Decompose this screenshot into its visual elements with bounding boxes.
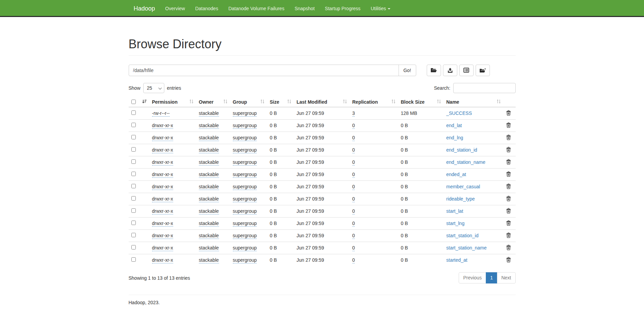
- delete-button[interactable]: [506, 135, 511, 141]
- column-header-block-size[interactable]: Block Size: [398, 97, 444, 107]
- owner-value[interactable]: stackable: [199, 159, 219, 166]
- group-value[interactable]: supergroup: [233, 184, 257, 190]
- group-value[interactable]: supergroup: [233, 208, 257, 214]
- nav-item-overview[interactable]: Overview: [160, 0, 190, 17]
- file-name-link[interactable]: ended_at: [446, 172, 466, 177]
- select-all-checkbox[interactable]: [131, 100, 136, 104]
- permission-value[interactable]: drwxr-xr-x: [152, 208, 173, 214]
- delete-button[interactable]: [506, 110, 511, 117]
- file-name-link[interactable]: rideable_type: [446, 196, 475, 202]
- replication-value[interactable]: 0: [352, 233, 355, 239]
- row-checkbox[interactable]: [131, 123, 136, 127]
- delete-button[interactable]: [506, 159, 511, 166]
- list-view-button[interactable]: [459, 65, 474, 76]
- column-header-replication[interactable]: Replication: [350, 97, 398, 107]
- row-checkbox[interactable]: [131, 172, 136, 176]
- permission-value[interactable]: drwxr-xr-x: [152, 159, 173, 166]
- owner-value[interactable]: stackable: [199, 123, 219, 129]
- file-name-link[interactable]: start_lat: [446, 208, 463, 214]
- delete-button[interactable]: [506, 245, 511, 251]
- column-header-owner[interactable]: Owner: [196, 97, 230, 107]
- file-name-link[interactable]: end_lng: [446, 135, 463, 140]
- permission-value[interactable]: drwxr-xr-x: [152, 123, 173, 129]
- permission-value[interactable]: -rw-r--r--: [152, 110, 170, 117]
- delete-button[interactable]: [506, 122, 511, 129]
- replication-value[interactable]: 0: [352, 221, 355, 227]
- file-name-link[interactable]: _SUCCESS: [446, 110, 472, 116]
- owner-value[interactable]: stackable: [199, 208, 219, 214]
- row-checkbox[interactable]: [131, 233, 136, 237]
- row-checkbox[interactable]: [131, 159, 136, 164]
- nav-item-utilities[interactable]: Utilities: [366, 0, 395, 17]
- replication-value[interactable]: 0: [352, 208, 355, 214]
- replication-value[interactable]: 0: [352, 245, 355, 251]
- group-value[interactable]: supergroup: [233, 147, 257, 153]
- replication-value[interactable]: 3: [352, 110, 355, 117]
- file-name-link[interactable]: start_station_name: [446, 245, 487, 251]
- owner-value[interactable]: stackable: [199, 257, 219, 263]
- column-header-permission[interactable]: Permission: [149, 97, 196, 107]
- delete-button[interactable]: [506, 147, 511, 153]
- owner-value[interactable]: stackable: [199, 147, 219, 153]
- column-header-group[interactable]: Group: [230, 97, 267, 107]
- permission-value[interactable]: drwxr-xr-x: [152, 172, 173, 178]
- group-value[interactable]: supergroup: [233, 196, 257, 202]
- file-name-link[interactable]: start_station_id: [446, 233, 479, 238]
- owner-value[interactable]: stackable: [199, 196, 219, 202]
- column-header-size[interactable]: Size: [267, 97, 294, 107]
- owner-value[interactable]: stackable: [199, 221, 219, 227]
- go-button[interactable]: Go!: [399, 65, 416, 76]
- permission-value[interactable]: drwxr-xr-x: [152, 257, 173, 263]
- move-to-trash-toggle-button[interactable]: [476, 65, 490, 76]
- delete-button[interactable]: [506, 220, 511, 227]
- navbar-brand[interactable]: Hadoop: [129, 0, 160, 16]
- permission-value[interactable]: drwxr-xr-x: [152, 245, 173, 251]
- column-header-name[interactable]: Name: [444, 97, 503, 107]
- group-value[interactable]: supergroup: [233, 172, 257, 178]
- delete-button[interactable]: [506, 196, 511, 202]
- permission-value[interactable]: drwxr-xr-x: [152, 196, 173, 202]
- group-value[interactable]: supergroup: [233, 233, 257, 239]
- owner-value[interactable]: stackable: [199, 135, 219, 141]
- row-checkbox[interactable]: [131, 245, 136, 249]
- permission-value[interactable]: drwxr-xr-x: [152, 135, 173, 141]
- delete-button[interactable]: [506, 184, 511, 190]
- permission-value[interactable]: drwxr-xr-x: [152, 184, 173, 190]
- group-value[interactable]: supergroup: [233, 110, 257, 117]
- owner-value[interactable]: stackable: [199, 110, 219, 117]
- row-checkbox[interactable]: [131, 257, 136, 262]
- row-checkbox[interactable]: [131, 110, 136, 115]
- group-value[interactable]: supergroup: [233, 257, 257, 263]
- pagination-previous[interactable]: Previous: [459, 272, 486, 284]
- row-checkbox[interactable]: [131, 135, 136, 139]
- pagination-page-1[interactable]: 1: [486, 272, 497, 284]
- file-name-link[interactable]: started_at: [446, 257, 467, 263]
- owner-value[interactable]: stackable: [199, 172, 219, 178]
- replication-value[interactable]: 0: [352, 196, 355, 202]
- file-name-link[interactable]: member_casual: [446, 184, 480, 189]
- group-value[interactable]: supergroup: [233, 245, 257, 251]
- delete-button[interactable]: [506, 232, 511, 239]
- nav-item-datanodes[interactable]: Datanodes: [190, 0, 223, 17]
- column-header-select-all[interactable]: [129, 97, 149, 107]
- owner-value[interactable]: stackable: [199, 184, 219, 190]
- nav-item-startup-progress[interactable]: Startup Progress: [320, 0, 366, 17]
- group-value[interactable]: supergroup: [233, 135, 257, 141]
- pagination-next[interactable]: Next: [497, 272, 516, 284]
- table-search-input[interactable]: [453, 83, 516, 93]
- row-checkbox[interactable]: [131, 147, 136, 152]
- delete-button[interactable]: [506, 171, 511, 178]
- delete-button[interactable]: [506, 257, 511, 263]
- upload-files-button[interactable]: [443, 65, 457, 76]
- replication-value[interactable]: 0: [352, 159, 355, 166]
- nav-item-datanode-volume-failures[interactable]: Datanode Volume Failures: [223, 0, 290, 17]
- row-checkbox[interactable]: [131, 221, 136, 225]
- permission-value[interactable]: drwxr-xr-x: [152, 147, 173, 153]
- file-name-link[interactable]: end_lat: [446, 123, 462, 128]
- replication-value[interactable]: 0: [352, 172, 355, 178]
- group-value[interactable]: supergroup: [233, 123, 257, 129]
- delete-button[interactable]: [506, 208, 511, 214]
- file-name-link[interactable]: end_station_id: [446, 147, 477, 153]
- directory-path-input[interactable]: [129, 65, 399, 76]
- group-value[interactable]: supergroup: [233, 159, 257, 166]
